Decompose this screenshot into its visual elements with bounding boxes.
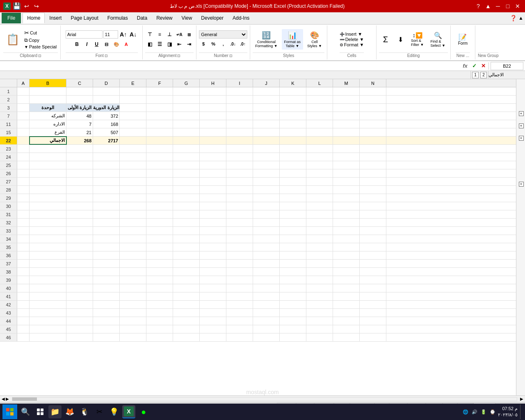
fill-btn[interactable]: ⬇ — [394, 34, 407, 45]
cell-h2[interactable] — [200, 96, 226, 103]
cell-f2[interactable] — [146, 96, 173, 103]
col-header-n[interactable]: N — [360, 79, 386, 87]
decrease-decimal-btn[interactable]: .0↓ — [228, 39, 237, 48]
cell-l1[interactable] — [306, 87, 333, 95]
autosum-btn[interactable]: Σ — [379, 33, 392, 46]
cell-j3[interactable] — [253, 104, 280, 112]
row-num-30[interactable]: 30 — [0, 202, 17, 210]
cell-g11[interactable] — [173, 120, 200, 128]
cell-b3[interactable]: الوحدة — [30, 104, 66, 112]
cell-l3[interactable] — [306, 104, 333, 112]
cell-c7[interactable]: 48 — [66, 112, 93, 120]
cell-f22[interactable] — [146, 137, 173, 144]
cell-e3[interactable] — [120, 104, 146, 112]
green-icon-btn[interactable]: ● — [137, 405, 150, 418]
cell-b7[interactable]: الشركه — [30, 112, 66, 120]
font-arrow[interactable]: ⊡ — [105, 54, 108, 58]
increase-decimal-btn[interactable]: .0↑ — [238, 39, 247, 48]
cell-b2[interactable] — [30, 96, 66, 103]
scissors-btn[interactable]: ✂ — [93, 405, 106, 418]
row-num-46[interactable]: 46 — [0, 333, 17, 341]
file-menu-btn[interactable]: File — [2, 13, 21, 23]
horizontal-scrollbar[interactable]: ◀ ▶ ▶ — [0, 395, 525, 402]
copy-button[interactable]: ⧉ Copy — [23, 37, 58, 43]
accounting-btn[interactable]: $ — [199, 39, 208, 48]
cell-g15[interactable] — [173, 128, 200, 136]
fx-btn[interactable]: fx — [461, 63, 469, 69]
name-box[interactable] — [491, 62, 523, 70]
battery-icon[interactable]: 🔋 — [481, 409, 486, 415]
row-num-39[interactable]: 39 — [0, 276, 17, 284]
tab-view[interactable]: View — [177, 13, 197, 23]
cell-n2[interactable] — [360, 96, 386, 103]
row-num-34[interactable]: 34 — [0, 235, 17, 243]
search-taskbar-btn[interactable]: 🔍 — [19, 405, 32, 418]
row-num-29[interactable]: 29 — [0, 194, 17, 202]
col-header-g[interactable]: G — [173, 79, 200, 87]
firefox-btn[interactable]: 🦊 — [63, 405, 76, 418]
expand-btn-row22[interactable]: + — [519, 182, 524, 187]
expand-btn-row15[interactable]: + — [519, 136, 524, 141]
cell-k15[interactable] — [280, 128, 306, 136]
lightbulb-btn[interactable]: 💡 — [107, 405, 121, 418]
cell-c1[interactable] — [66, 87, 93, 95]
scroll-thumb[interactable] — [12, 397, 37, 401]
row-num-1[interactable]: 1 — [0, 87, 17, 95]
align-center-btn[interactable]: ☰ — [155, 40, 164, 49]
cell-b15[interactable]: الفرع — [30, 128, 66, 136]
cell-a15[interactable] — [17, 128, 30, 136]
cell-n1[interactable] — [360, 87, 386, 95]
cell-e22[interactable] — [120, 137, 146, 144]
row-num-28[interactable]: 28 — [0, 186, 17, 194]
cell-f3[interactable] — [146, 104, 173, 112]
find-select-btn[interactable]: 🔍 Find &Select ▼ — [428, 30, 447, 49]
row-num-36[interactable]: 36 — [0, 251, 17, 259]
tab-data[interactable]: Data — [132, 13, 152, 23]
cell-b11[interactable]: الاداره — [30, 120, 66, 128]
cell-m22[interactable] — [333, 137, 360, 144]
cell-c15[interactable]: 21 — [66, 128, 93, 136]
cell-e1[interactable] — [120, 87, 146, 95]
italic-button[interactable]: I — [82, 40, 91, 49]
col-header-b[interactable]: B — [30, 79, 66, 87]
sort-filter-btn[interactable]: ↕🔽 Sort &Filter ▼ — [409, 30, 426, 48]
clipboard-arrow[interactable]: ⊡ — [38, 54, 41, 58]
comma-btn[interactable]: , — [219, 39, 228, 48]
cell-m2[interactable] — [333, 96, 360, 103]
cell-l11[interactable] — [306, 120, 333, 128]
decrease-indent-btn[interactable]: ⇤ — [175, 40, 184, 49]
expand-btn-row7[interactable]: + — [519, 111, 524, 116]
cell-i22[interactable] — [226, 137, 253, 144]
save-icon[interactable]: 💾 — [13, 2, 21, 10]
network-icon[interactable]: 🌐 — [463, 409, 468, 415]
cell-n15[interactable] — [360, 128, 386, 136]
fill-color-button[interactable]: 🎨 — [112, 40, 121, 49]
row-num-41[interactable]: 41 — [0, 292, 17, 300]
row-num-7[interactable]: 7 — [0, 112, 17, 120]
cell-m3[interactable] — [333, 104, 360, 112]
row-num-15[interactable]: 15 — [0, 128, 17, 136]
row-num-37[interactable]: 37 — [0, 260, 17, 267]
cell-h22[interactable] — [200, 137, 226, 144]
increase-indent-btn[interactable]: ⇥ — [185, 40, 194, 49]
cell-j2[interactable] — [253, 96, 280, 103]
cell-d22[interactable]: 2717 — [93, 137, 120, 144]
cell-i7[interactable] — [226, 112, 253, 120]
cell-k2[interactable] — [280, 96, 306, 103]
cell-c22[interactable]: 268 — [66, 137, 93, 144]
cell-d15[interactable]: 507 — [93, 128, 120, 136]
confirm-formula-btn[interactable]: ✓ — [470, 63, 478, 69]
row-num-38[interactable]: 38 — [0, 268, 17, 276]
cell-k22[interactable] — [280, 137, 306, 144]
cell-k3[interactable] — [280, 104, 306, 112]
cell-j1[interactable] — [253, 87, 280, 95]
align-right-btn[interactable]: ◨ — [165, 40, 174, 49]
bold-button[interactable]: B — [73, 40, 82, 49]
align-left-btn[interactable]: ◧ — [145, 40, 154, 49]
row-num-27[interactable]: 27 — [0, 178, 17, 185]
clock-icon[interactable]: ⌚ — [490, 409, 495, 415]
cell-m1[interactable] — [333, 87, 360, 95]
cell-n3[interactable] — [360, 104, 386, 112]
cell-c3[interactable]: الزيارة الأولى — [66, 104, 93, 112]
paste-special-button[interactable]: ▼ Paste Special — [23, 44, 58, 50]
